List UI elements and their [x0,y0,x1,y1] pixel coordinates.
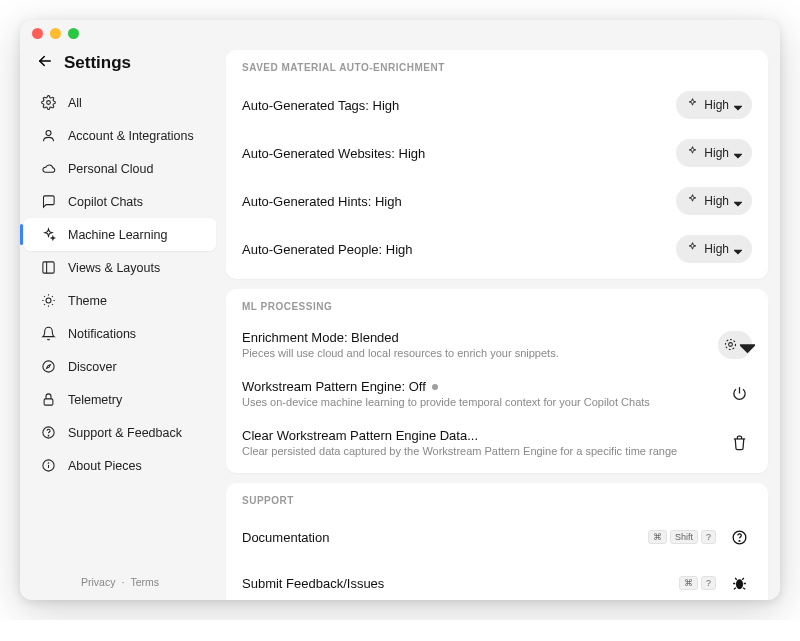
auto-people-level-dropdown[interactable]: High [676,235,752,263]
sidebar-item-support-feedback[interactable]: Support & Feedback [20,416,220,449]
back-button[interactable] [36,52,54,74]
row-title: Enrichment Mode: Blended [242,330,718,345]
status-dot-off [432,384,438,390]
row-title: Documentation [242,530,648,545]
row-auto-websites: Auto-Generated Websites: High High [242,129,752,177]
card-ml-processing: ML PROCESSING Enrichment Mode: Blended P… [226,289,768,473]
row-title: Workstream Pattern Engine: Off [242,379,726,394]
svg-point-5 [42,361,53,372]
svg-point-17 [735,579,742,589]
cloud-icon [40,161,56,177]
sidebar-item-label: Telemetry [68,393,122,407]
gear-icon [40,95,56,111]
sparkle-icon [686,97,699,113]
card-heading: SUPPORT [242,495,752,506]
svg-point-16 [739,540,740,541]
sidebar-item-account[interactable]: Account & Integrations [20,119,220,152]
kbd-key: ⌘ [679,576,698,590]
row-subtitle: Clear persisted data captured by the Wor… [242,445,726,457]
row-title: Clear Workstream Pattern Engine Data... [242,428,726,443]
row-subtitle: Pieces will use cloud and local resource… [242,347,718,359]
privacy-link[interactable]: Privacy [81,576,115,588]
row-auto-tags: Auto-Generated Tags: High High [242,81,752,129]
help-icon [40,425,56,441]
sidebar-item-label: All [68,96,82,110]
sidebar-item-label: Account & Integrations [68,129,194,143]
card-heading: SAVED MATERIAL AUTO-ENRICHMENT [242,62,752,73]
sidebar-item-label: Support & Feedback [68,426,182,440]
svg-marker-6 [46,365,50,369]
chevron-down-icon [734,197,742,205]
row-title-text: Workstream Pattern Engine: Off [242,379,426,394]
sidebar-item-copilot-chats[interactable]: Copilot Chats [20,185,220,218]
svg-rect-2 [42,262,53,273]
sidebar-item-about[interactable]: About Pieces [20,449,220,482]
sidebar-item-all[interactable]: All [20,86,220,119]
terms-link[interactable]: Terms [130,576,159,588]
sidebar: Settings All Account & Integrations Pers… [20,46,220,600]
sparkle-icon [686,145,699,161]
sidebar-item-notifications[interactable]: Notifications [20,317,220,350]
minimize-window-button[interactable] [50,28,61,39]
sidebar-item-label: Personal Cloud [68,162,153,176]
chevron-down-icon [734,245,742,253]
bug-icon [731,575,748,592]
row-title: Auto-Generated People: High [242,242,676,257]
sparkle-icon [686,241,699,257]
zoom-window-button[interactable] [68,28,79,39]
card-support: SUPPORT Documentation ⌘ Shift ? [226,483,768,600]
submit-feedback-button[interactable] [726,570,752,596]
user-icon [40,128,56,144]
settings-window: Settings All Account & Integrations Pers… [20,20,780,600]
sidebar-footer: Privacy · Terms [20,570,220,592]
row-documentation: Documentation ⌘ Shift ? [242,514,752,560]
sidebar-item-machine-learning[interactable]: Machine Learning [24,218,216,251]
svg-point-1 [46,131,51,136]
compass-icon [40,359,56,375]
sidebar-item-label: Discover [68,360,117,374]
kbd-shortcut: ⌘ ? [679,576,716,590]
chevron-down-icon [734,149,742,157]
sidebar-item-discover[interactable]: Discover [20,350,220,383]
row-workstream-engine: Workstream Pattern Engine: Off Uses on-d… [242,369,752,418]
svg-point-4 [46,298,51,303]
page-title: Settings [64,53,131,73]
chevron-down-icon [734,101,742,109]
kbd-shortcut: ⌘ Shift ? [648,530,716,544]
kbd-key: ? [701,576,716,590]
info-icon [40,458,56,474]
enrichment-mode-dropdown[interactable] [718,331,752,359]
bell-icon [40,326,56,342]
auto-hints-level-dropdown[interactable]: High [676,187,752,215]
pill-label: High [704,146,729,160]
row-auto-hints: Auto-Generated Hints: High High [242,177,752,225]
workstream-engine-power-button[interactable] [726,381,752,407]
chevron-down-icon [740,341,748,349]
sparkle-icon [686,193,699,209]
row-title: Auto-Generated Tags: High [242,98,676,113]
kbd-key: Shift [670,530,698,544]
sidebar-item-label: Views & Layouts [68,261,160,275]
pill-label: High [704,194,729,208]
card-heading: ML PROCESSING [242,301,752,312]
auto-websites-level-dropdown[interactable]: High [676,139,752,167]
content-area: SAVED MATERIAL AUTO-ENRICHMENT Auto-Gene… [220,46,780,600]
sidebar-item-views-layouts[interactable]: Views & Layouts [20,251,220,284]
row-enrichment-mode: Enrichment Mode: Blended Pieces will use… [242,320,752,369]
svg-point-9 [48,435,49,436]
svg-point-13 [728,343,732,347]
sidebar-item-telemetry[interactable]: Telemetry [20,383,220,416]
help-circle-icon [731,529,748,546]
svg-point-14 [725,340,735,350]
footer-separator: · [121,576,124,588]
sidebar-item-personal-cloud[interactable]: Personal Cloud [20,152,220,185]
sidebar-item-label: Copilot Chats [68,195,143,209]
auto-tags-level-dropdown[interactable]: High [676,91,752,119]
sidebar-item-theme[interactable]: Theme [20,284,220,317]
close-window-button[interactable] [32,28,43,39]
row-title: Auto-Generated Hints: High [242,194,676,209]
documentation-button[interactable] [726,524,752,550]
sparkle-icon [40,227,56,243]
svg-point-0 [46,101,50,105]
clear-data-button[interactable] [726,430,752,456]
